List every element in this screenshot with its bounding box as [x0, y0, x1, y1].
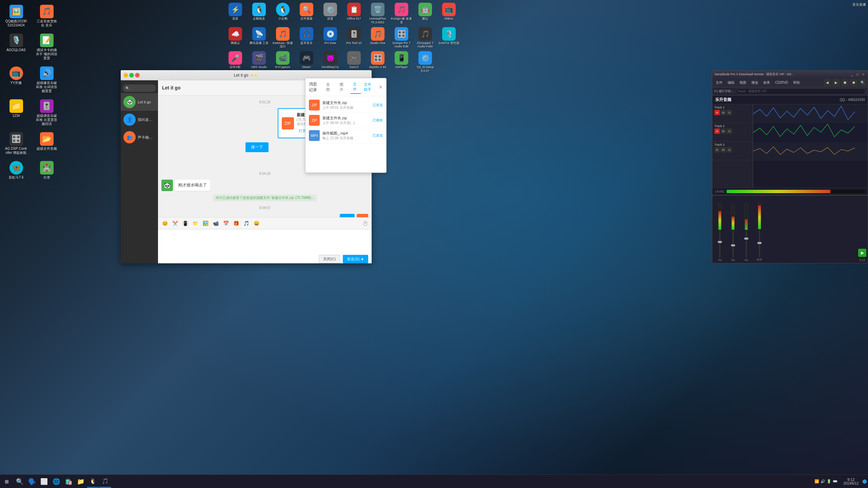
tray-icon-volume[interactable]: 🔊: [821, 479, 825, 484]
daw-tool-btn-4[interactable]: ⏺: [850, 79, 857, 86]
send-message-button[interactable]: 发送(S) ▼: [343, 255, 368, 263]
history-tab-files[interactable]: 文件: [350, 80, 361, 94]
history-item-2[interactable]: ZIP 新建文件夹.zip 上午 08:44 乐升音[...] 已接收: [305, 113, 386, 128]
daw-tool-btn-1[interactable]: ◀: [824, 79, 831, 86]
daw-menu-cd[interactable]: CD/DVD: [773, 80, 790, 85]
emoji-button[interactable]: 😊: [161, 219, 169, 227]
notification-btn[interactable]: [861, 475, 868, 488]
daw-max-btn[interactable]: □: [855, 73, 860, 76]
chat-input-field[interactable]: [161, 232, 368, 252]
desktop-icon-audio-fx[interactable]: 🎵 三金音效货效化 音乐: [34, 3, 59, 29]
app-icon-izotope[interactable]: 🎛️ IZotope RX 7 Audio Edit: [390, 26, 413, 50]
desktop-icon-note[interactable]: 📝 调试卡卡的痛并不 懂的词语置置: [34, 32, 59, 62]
track1-rec-btn[interactable]: R: [714, 110, 720, 115]
history-send-files-link[interactable]: 文件助手: [364, 82, 375, 92]
tray-icon-keyboard[interactable]: ⌨️: [833, 479, 837, 484]
desktop-icon-folder[interactable]: 📁 1234: [3, 98, 29, 127]
daw-menu-file[interactable]: 文件: [714, 80, 725, 86]
app-icon-zgroup[interactable]: 🎵 ZGroupeX 7 Audio Folio: [414, 26, 437, 50]
mixer-fader-1[interactable]: [718, 241, 722, 243]
capture-button[interactable]: ✂️: [171, 219, 179, 227]
app-icon-coolq[interactable]: 🤖 酷Q: [414, 2, 437, 25]
taskbar-qq-running[interactable]: 🐧: [87, 475, 99, 488]
app-icon-settings[interactable]: ⚙️ 设置: [319, 2, 342, 25]
maximize-button[interactable]: □: [129, 73, 134, 78]
sidebar-item-letitgo[interactable]: 🐼 Let it go: [121, 93, 158, 111]
track3-btn2[interactable]: M: [721, 147, 726, 152]
daw-tool-btn-3[interactable]: ⏹: [841, 79, 849, 86]
calendar-button[interactable]: 📅: [222, 219, 230, 227]
continue-button[interactable]: 接一下: [245, 142, 269, 152]
track2-mute-btn[interactable]: M: [721, 128, 726, 134]
taskbar-task-view[interactable]: ⬜: [38, 475, 50, 488]
sidebar-search[interactable]: 🔍: [123, 84, 156, 92]
taskbar-explorer-btn[interactable]: 📁: [75, 475, 87, 488]
history-item-3[interactable]: MP4 操作截图_.mp4 晚上 21:06 乐升音频 已发送: [305, 128, 386, 143]
more-toolbar-button[interactable]: 😄: [252, 219, 260, 227]
app-icon-mibox[interactable]: 📺 MiBox: [437, 2, 460, 25]
app-icon-airplayer[interactable]: 📱 AirPlayer: [390, 50, 413, 74]
daw-menu-help[interactable]: 帮助: [791, 80, 802, 86]
taskbar-clock[interactable]: 9:12 2019/6/12: [841, 477, 862, 485]
app-icon-kwmusic[interactable]: 🎵 KwMusic- 快速流行: [271, 26, 294, 50]
daw-tool-btn-2[interactable]: ▶: [832, 79, 840, 86]
app-icon-office[interactable]: 📋 Office 017: [342, 2, 366, 25]
daw-search-toggle[interactable]: 🔍: [859, 79, 866, 86]
track2-rec-btn[interactable]: R: [714, 128, 720, 134]
daw-search-bar[interactable]: Music - 搜索贵宾 VIP: [736, 88, 866, 95]
taskbar-samplitude-running[interactable]: 🎵: [99, 475, 111, 488]
desktop-icon-ag-dsp[interactable]: 🎛️ AG DSP Controller 增益效能: [3, 131, 29, 156]
timestamp-button[interactable]: ⏱️: [361, 219, 369, 227]
app-icon-xunlei[interactable]: ⚡ 迅雷: [224, 2, 247, 25]
mixer-fader-4[interactable]: [757, 242, 762, 244]
app-icon-kusign[interactable]: 🎵 KuSign-修 改者音: [390, 2, 413, 25]
image-button[interactable]: 🖼️: [201, 219, 210, 227]
taskbar-cortana-btn[interactable]: 🗣️: [26, 475, 38, 488]
gift-button[interactable]: 🎁: [232, 219, 240, 227]
app-icon-netease[interactable]: ☁️ 网易云: [224, 26, 247, 50]
desktop-icon-ago[interactable]: 🎙️ AGO1|LOAS: [3, 32, 29, 62]
taskbar-store-btn[interactable]: 🛍️: [62, 475, 75, 488]
daw-menu-view[interactable]: 视图: [737, 80, 748, 86]
track3-btn3[interactable]: S: [727, 147, 732, 152]
desktop-icon-audio2[interactable]: 🎚️ 超级调音乐破坏推 出置置音频回话: [34, 98, 59, 127]
app-icon-tencent-live[interactable]: 📡 腾讯直播 工具: [248, 26, 271, 50]
app-icon-samtui[interactable]: 🎙️ SAMTui 管控器: [437, 26, 460, 50]
sidebar-item-yuandilang[interactable]: 👤 我叫袁迪廊: [121, 111, 158, 128]
daw-menu-effects[interactable]: 效果: [761, 80, 772, 86]
video-button[interactable]: 📹: [212, 219, 220, 227]
app-icon-bluetooth[interactable]: 🎧 蓝牙音乐: [295, 26, 318, 50]
desktop-icon-qq-screenshot[interactable]: 🖼️ QQ截图20190515210424: [3, 3, 29, 29]
taskbar-edge-btn[interactable]: 🌐: [50, 475, 62, 488]
desktop-icon-sound[interactable]: 🔊 超级爆音乐破坏推 出词语音频置置: [34, 65, 59, 95]
sidebar-item-soundcard[interactable]: 👥 声卡确论交流: [121, 128, 158, 146]
app-icon-small-penguin[interactable]: 🐧 小企鹅: [271, 2, 294, 25]
app-icon-search[interactable]: 🔍 文件搜索: [295, 2, 318, 25]
shake-button[interactable]: 📳: [181, 219, 189, 227]
close-chat-button[interactable]: 关闭(C): [319, 255, 340, 263]
history-tab-images[interactable]: 图片: [337, 81, 348, 94]
track1-solo-btn[interactable]: S: [727, 110, 732, 115]
track1-mute-btn[interactable]: M: [721, 110, 726, 115]
daw-menu-edit[interactable]: 编辑: [726, 80, 736, 86]
track3-btn1[interactable]: R: [714, 147, 720, 152]
transport-play-btn[interactable]: ▶: [858, 249, 866, 257]
app-icon-protools[interactable]: 🎚️ Pro Tool 10: [342, 26, 366, 50]
start-button[interactable]: ⊞: [0, 475, 14, 488]
desktop-icon-yy[interactable]: 📺 YY开播: [3, 65, 29, 95]
history-close-btn[interactable]: ✕: [379, 84, 383, 90]
desktop-icon-caihong[interactable]: 🦋 彩虹斗7.6: [3, 160, 29, 181]
app-icon-penguin[interactable]: 🐧 企鹅电竞: [248, 2, 271, 25]
folder-button[interactable]: 📁: [191, 219, 199, 227]
app-icon-studio-one[interactable]: 🎵 Studio One: [366, 26, 389, 50]
tray-icon-network[interactable]: 📶: [814, 479, 819, 484]
daw-menu-play[interactable]: 播放: [749, 80, 760, 86]
history-tab-all[interactable]: 全部: [323, 81, 334, 94]
close-button[interactable]: ✕: [135, 73, 140, 78]
desktop-icon-files[interactable]: 📂 超级文件音频: [34, 131, 59, 156]
taskbar-search-btn[interactable]: 🔍: [14, 475, 26, 488]
history-item-1[interactable]: ZIP 新建文件夹.zip 上午 09:01 乐升音频 已发送: [305, 98, 386, 113]
music-button[interactable]: 🎵: [242, 219, 250, 227]
app-icon-adobe[interactable]: 💿 Pro Dow: [319, 26, 342, 50]
minimize-button[interactable]: —: [123, 73, 128, 78]
